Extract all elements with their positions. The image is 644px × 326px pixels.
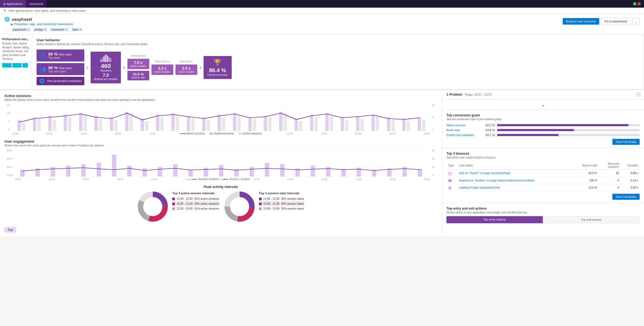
user-behavior-subtitle: Active sessions, Actions per session, En… — [37, 43, 639, 46]
svg-rect-77 — [250, 167, 254, 177]
tag-close-philipp[interactable]: ✕ — [44, 28, 46, 31]
svg-rect-64 — [51, 167, 55, 177]
conversion-pct: 86.4 % — [207, 67, 228, 73]
perf-tiles — [2, 63, 30, 67]
active-sessions-section: Active sessions Watch the activity trend… — [4, 94, 437, 135]
app-subtitle[interactable]: ▶ Properties, tags, and JavaScript frame… — [11, 22, 83, 26]
new-users-sublabel: Top users — [48, 56, 71, 59]
svg-rect-45 — [330, 116, 333, 131]
svg-rect-54 — [402, 119, 406, 131]
view-conversion-details-button[interactable]: View full details — [612, 139, 640, 145]
svg-rect-37 — [268, 117, 272, 131]
actions-label: Actions per session — [94, 78, 118, 81]
svg-rect-57 — [422, 120, 425, 131]
tag-close-someents[interactable]: ✕ — [65, 28, 68, 31]
active-intervals-table: Top 3 active-session intervals 11:00 - 1… — [172, 192, 219, 211]
svg-rect-41 — [299, 121, 302, 131]
svg-rect-33 — [237, 116, 241, 131]
users-icon: 👥 — [39, 66, 46, 72]
perf-subtitle: Actions, Imin, Action duration, Apdex ra… — [2, 42, 30, 61]
nav-item-applications[interactable]: ⊞ Applications — [0, 0, 26, 8]
svg-rect-79 — [280, 164, 285, 177]
pin-button[interactable]: Pin to dashboard — [601, 18, 631, 25]
svg-rect-9 — [53, 120, 56, 131]
other-actions-header: Other actions — [151, 60, 173, 63]
active-sessions-chart — [12, 104, 430, 131]
view-bounces-details-button[interactable]: View full details — [612, 194, 640, 200]
svg-rect-22 — [156, 114, 159, 131]
nav-item-easytravel[interactable]: easytravel — [26, 0, 46, 8]
goal-name-select[interactable]: Select journey — [446, 124, 482, 127]
tab-exit-actions[interactable]: Top exit actions — [543, 216, 640, 223]
conversion-goals-subtitle: See the conversion rate of your defined … — [446, 118, 640, 121]
entry-box[interactable]: 7.0 s Action duration — [127, 59, 149, 69]
new-users-box[interactable]: 👤 80 % New users Top users — [37, 49, 84, 61]
bottom-left: Active sessions Watch the activity trend… — [0, 90, 442, 236]
svg-rect-88 — [418, 169, 422, 177]
entry-exit-section: Top entry and exit actions Shows where i… — [442, 203, 644, 227]
filter-text: Filter geolocations, user types, and ret… — [8, 9, 86, 12]
svg-rect-39 — [284, 113, 287, 131]
tag-easytravel: easytravel ✕ — [11, 27, 31, 32]
engagement-subtitle: Shows how much time users spent per sess… — [4, 144, 437, 147]
svg-rect-17 — [114, 120, 118, 131]
geo-box[interactable]: 🌐 View geolocation breakdown — [37, 77, 84, 85]
main-content: Performance ana... Actions, Imin, Action… — [0, 35, 644, 89]
goal-credit-card: Credit card validated 43.1 % — [446, 133, 640, 137]
real-users-sublabel: Top user types — [48, 70, 72, 73]
actions-count: 7.0 — [94, 73, 118, 78]
svg-rect-32 — [233, 113, 236, 131]
svg-rect-21 — [145, 121, 148, 131]
tag-philipp: philipp ✕ — [33, 27, 48, 32]
peak-intervals-section: Peak activity intervals Top 3 active-ses… — [4, 185, 437, 233]
svg-rect-40 — [294, 119, 298, 131]
svg-rect-49 — [360, 119, 364, 131]
user-icon: 👤 — [39, 52, 46, 59]
start-intervals-table: Top 3 session-start intervals 11:00 - 12… — [259, 192, 304, 211]
top-navigation: ⊞ Applications easytravel — [0, 0, 644, 8]
svg-rect-44 — [325, 113, 329, 131]
analyze-button[interactable]: Analyze user sessions — [563, 18, 599, 25]
svg-rect-5 — [22, 123, 25, 131]
real-users-pct: 86 % — [48, 65, 58, 70]
user-boxes: 👤 80 % New users Top users 👥 86 % — [37, 49, 84, 85]
entry-actions-header: Entry actions — [127, 54, 149, 57]
action-group: Entry actions 7.0 s Action duration 10.5… — [127, 54, 149, 80]
svg-rect-35 — [253, 119, 256, 131]
filter-icon: ▼ — [3, 9, 6, 12]
globe-small-icon: 🌐 — [39, 78, 45, 84]
engagement-title: User engagement — [4, 139, 437, 143]
tag-ttest: ttest ✕ — [71, 27, 83, 32]
svg-rect-48 — [356, 116, 359, 131]
svg-rect-42 — [310, 114, 313, 131]
new-users-pct: 80 % — [48, 52, 58, 56]
svg-rect-6 — [33, 117, 36, 131]
goal-name-credit[interactable]: Credit card validated — [446, 133, 482, 137]
arrow-1: › — [87, 64, 88, 71]
tag-close-ttest[interactable]: ✕ — [79, 28, 81, 31]
conversion-label: Overall conversion — [207, 74, 228, 76]
expand-right-icon[interactable]: › — [29, 60, 31, 64]
bounce-box[interactable]: 10.5 % Bounce rate — [127, 71, 149, 80]
bottom-right: 1 Problem Today: 10:57 - 12:57 ✕ ⌄ Top c… — [442, 90, 644, 236]
svg-rect-10 — [64, 114, 67, 131]
real-users-box[interactable]: 👥 86 % Real users Top user types — [37, 63, 84, 75]
tab-entry-actions[interactable]: Top entry actions — [446, 216, 543, 223]
svg-rect-52 — [387, 117, 390, 131]
svg-rect-56 — [418, 117, 421, 131]
svg-rect-27 — [191, 119, 195, 131]
grid-icon: ⊞ — [3, 2, 5, 5]
chevron-down-button[interactable]: ⌄ — [442, 99, 644, 110]
more-button[interactable]: ... — [632, 18, 640, 25]
tag-close-easytravel[interactable]: ✕ — [27, 28, 29, 31]
sessions-label: Sessions — [94, 69, 118, 72]
sessions-box[interactable]: 460 Sessions 7.0 Actions per session — [91, 52, 121, 83]
svg-rect-66 — [81, 164, 86, 177]
exit-box[interactable]: 2.5 s Action duration — [175, 64, 197, 75]
arrow-2: › — [123, 64, 125, 71]
other-box[interactable]: 3.2 s Action duration — [151, 64, 173, 75]
chevron-icon: ▶ — [11, 23, 13, 26]
conversion-box[interactable]: 🏆 86.4 % Overall conversion — [204, 56, 232, 79]
goal-name-book[interactable]: Book now — [446, 128, 482, 132]
svg-rect-8 — [48, 116, 52, 131]
